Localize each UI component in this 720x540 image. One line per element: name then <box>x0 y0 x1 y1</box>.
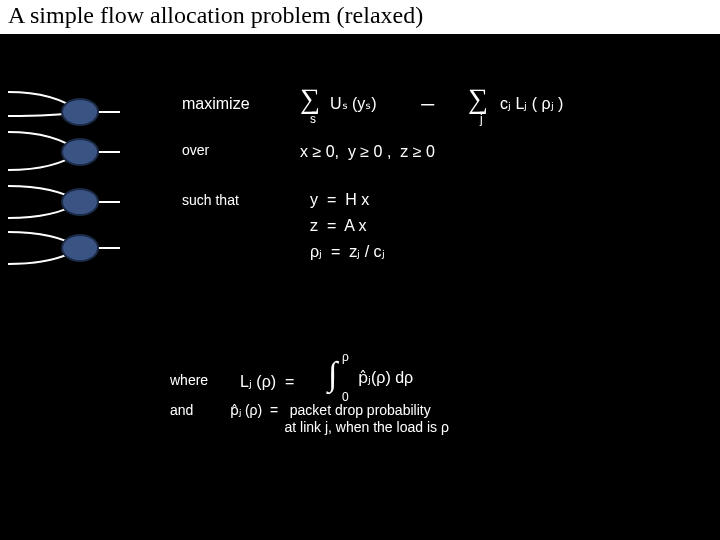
sigma2-sub: j <box>480 112 483 126</box>
constraint-2: z = A x <box>310 216 366 235</box>
slide-body: maximize ∑ s Uₛ (yₛ) − ∑ j cⱼ Lⱼ ( ρⱼ ) … <box>0 34 720 540</box>
svg-point-1 <box>62 139 98 165</box>
label-where: where <box>170 372 208 389</box>
integral-icon: ∫ <box>328 354 337 395</box>
title-bar: A simple flow allocation problem (relaxe… <box>0 0 720 34</box>
sigma1-icon: ∑ <box>300 82 320 116</box>
Ldef-lhs: Lⱼ (ρ) = <box>240 372 294 391</box>
label-and: and <box>170 402 193 419</box>
over-constraints: x ≥ 0, y ≥ 0 , z ≥ 0 <box>300 142 435 161</box>
page-title: A simple flow allocation problem (relaxe… <box>8 2 712 29</box>
minus-icon: − <box>420 88 436 122</box>
constraint-3: ρⱼ = zⱼ / cⱼ <box>310 242 385 261</box>
objective-term1: Uₛ (yₛ) <box>330 94 377 113</box>
label-maximize: maximize <box>182 94 250 113</box>
svg-point-2 <box>62 189 98 215</box>
label-over: over <box>182 142 209 159</box>
sigma2-icon: ∑ <box>468 82 488 116</box>
constraint-1: y = H x <box>310 190 369 209</box>
network-diagram <box>0 74 160 274</box>
svg-point-3 <box>62 235 98 261</box>
svg-point-0 <box>62 99 98 125</box>
integral-ub: ρ <box>342 350 349 364</box>
Ldef-integrand: p̂ⱼ(ρ) dρ <box>358 368 413 387</box>
label-such-that: such that <box>182 192 239 209</box>
sigma1-sub: s <box>310 112 316 126</box>
pdef: p̂ⱼ (ρ) = packet drop probability at lin… <box>230 402 449 436</box>
objective-term2: cⱼ Lⱼ ( ρⱼ ) <box>500 94 563 113</box>
